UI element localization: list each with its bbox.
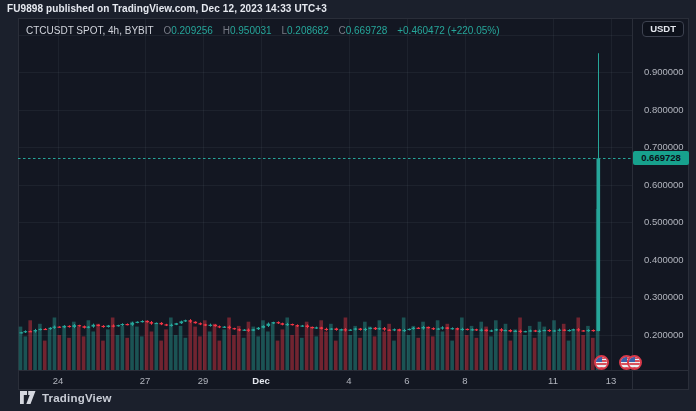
- price-axis-label: 0.500000: [644, 216, 690, 228]
- time-axis-label: 24: [41, 375, 75, 387]
- last-price-label: 0.669728: [633, 151, 689, 165]
- time-axis-label: 27: [128, 375, 162, 387]
- ohlc-low-value: 0.208682: [287, 25, 329, 36]
- time-axis-label: 11: [536, 375, 570, 387]
- ohlc-high-value: 0.950031: [230, 25, 272, 36]
- economic-event-icon[interactable]: [594, 355, 609, 370]
- ohlc-open-value: 0.209256: [171, 25, 213, 36]
- time-axis-label: Dec: [244, 375, 278, 387]
- publish-attribution: FU9898 published on TradingView.com, Dec…: [7, 3, 327, 14]
- price-axis-label: 0.800000: [644, 104, 690, 116]
- symbol-info-bar: CTCUSDT SPOT, 4h, BYBIT O0.209256 H0.950…: [26, 25, 500, 36]
- symbol-title[interactable]: CTCUSDT SPOT, 4h, BYBIT: [26, 25, 154, 36]
- time-axis-label: 29: [186, 375, 220, 387]
- price-axis-label: 0.200000: [644, 329, 690, 341]
- price-axis-label: 0.400000: [644, 254, 690, 266]
- tradingview-logo[interactable]: TradingView: [20, 391, 112, 404]
- tradingview-logo-text: TradingView: [42, 392, 112, 404]
- price-axis-label: 0.600000: [644, 179, 690, 191]
- price-axis-label: 0.300000: [644, 291, 690, 303]
- tradingview-logo-icon: [20, 391, 36, 404]
- ohlc-close-label: C: [338, 25, 345, 36]
- economic-event-icon[interactable]: [627, 355, 642, 370]
- time-axis-label: 8: [448, 375, 482, 387]
- price-change-value: +0.460472 (+220.05%): [397, 25, 499, 36]
- time-axis-label: 4: [332, 375, 366, 387]
- price-axis-label: 0.900000: [644, 66, 690, 78]
- time-axis-label: 6: [390, 375, 424, 387]
- flag-canton: [629, 357, 635, 362]
- ohlc-close-value: 0.669728: [346, 25, 388, 36]
- currency-unit-button[interactable]: USDT: [642, 21, 684, 37]
- price-chart-canvas[interactable]: [0, 0, 696, 411]
- flag-canton: [596, 357, 602, 362]
- ohlc-high-label: H: [223, 25, 230, 36]
- time-axis-label: 13: [594, 375, 628, 387]
